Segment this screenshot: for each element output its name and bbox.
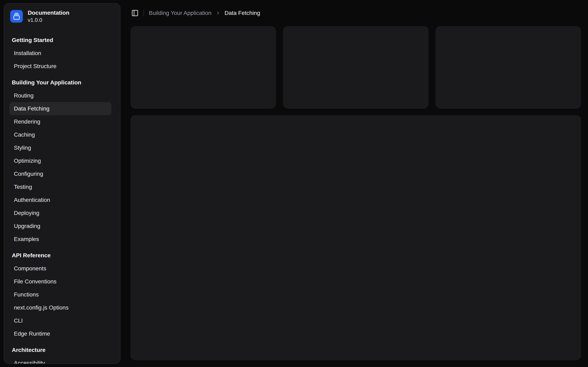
chevron-right-icon: [216, 11, 221, 16]
sidebar-group: ArchitectureAccessibility: [4, 343, 120, 364]
placeholder-card: [283, 26, 429, 109]
gallery-vertical-end-icon: [13, 13, 20, 20]
sidebar-item-examples[interactable]: Examples: [9, 233, 112, 246]
sidebar-item-caching[interactable]: Caching: [9, 128, 112, 141]
sidebar-item-testing[interactable]: Testing: [9, 180, 112, 193]
sidebar-item-deploying[interactable]: Deploying: [9, 207, 112, 220]
sidebar-group-label-api-reference: API Reference: [4, 249, 120, 262]
sidebar-item-accessibility[interactable]: Accessibility: [9, 357, 112, 364]
sidebar-item-edge-runtime[interactable]: Edge Runtime: [9, 327, 112, 340]
sidebar-item-cli[interactable]: CLI: [9, 314, 112, 327]
app-title: Documentation: [28, 9, 69, 16]
sidebar-header[interactable]: Documentation v1.0.0: [4, 3, 120, 23]
sidebar-title-block: Documentation v1.0.0: [28, 9, 69, 23]
panel-left-icon: [131, 9, 139, 17]
sidebar-item-configuring[interactable]: Configuring: [9, 167, 112, 180]
sidebar-item-upgrading[interactable]: Upgrading: [9, 220, 112, 233]
breadcrumb-parent-link[interactable]: Building Your Application: [149, 10, 212, 16]
sidebar-group-label-building-your-application: Building Your Application: [4, 76, 120, 89]
sidebar-item-functions[interactable]: Functions: [9, 288, 112, 301]
placeholder-panel: [130, 115, 581, 360]
app-logo: [10, 10, 23, 23]
sidebar: Documentation v1.0.0 Getting StartedInst…: [4, 3, 121, 364]
breadcrumb: Building Your Application Data Fetching: [149, 10, 260, 16]
sidebar-group: Building Your ApplicationRoutingData Fet…: [4, 76, 120, 246]
sidebar-item-next-config-js-options[interactable]: next.config.js Options: [9, 301, 112, 314]
topbar: Building Your Application Data Fetching: [130, 0, 581, 26]
sidebar-item-rendering[interactable]: Rendering: [9, 115, 112, 128]
sidebar-toggle-button[interactable]: [130, 8, 139, 17]
sidebar-group-label-architecture: Architecture: [4, 343, 120, 357]
sidebar-item-file-conventions[interactable]: File Conventions: [9, 275, 112, 288]
separator: [144, 10, 144, 16]
sidebar-group: API ReferenceComponentsFile ConventionsF…: [4, 249, 120, 340]
sidebar-item-styling[interactable]: Styling: [9, 141, 112, 154]
sidebar-item-installation[interactable]: Installation: [9, 47, 112, 60]
placeholder-cards-row: [130, 26, 581, 109]
breadcrumb-current: Data Fetching: [225, 10, 260, 16]
sidebar-group-label-getting-started: Getting Started: [4, 34, 120, 47]
placeholder-card: [435, 26, 581, 109]
app-version: v1.0.0: [28, 17, 69, 23]
sidebar-item-project-structure[interactable]: Project Structure: [9, 60, 112, 73]
sidebar-item-data-fetching[interactable]: Data Fetching: [9, 102, 112, 115]
main-area: Building Your Application Data Fetching: [121, 0, 588, 367]
sidebar-nav: Getting StartedInstallationProject Struc…: [4, 34, 120, 364]
sidebar-item-authentication[interactable]: Authentication: [9, 193, 112, 207]
sidebar-item-routing[interactable]: Routing: [9, 89, 112, 102]
placeholder-card: [130, 26, 276, 109]
sidebar-item-components[interactable]: Components: [9, 262, 112, 275]
sidebar-group: Getting StartedInstallationProject Struc…: [4, 34, 120, 73]
sidebar-item-optimizing[interactable]: Optimizing: [9, 154, 112, 167]
